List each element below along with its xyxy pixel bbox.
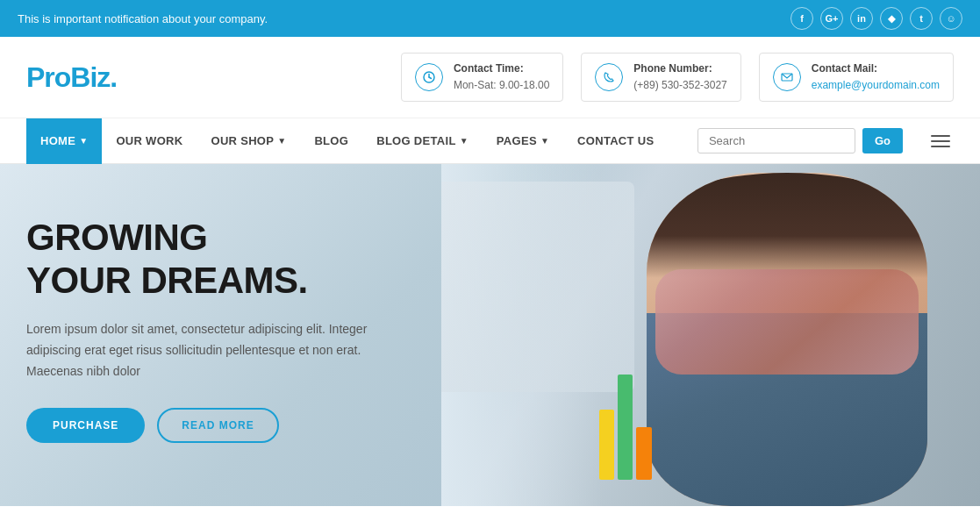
nav-item-blog-detail[interactable]: BLOG DETAIL ▼ [362,118,483,164]
chevron-down-icon: ▼ [540,136,549,146]
chevron-down-icon: ▼ [79,136,88,146]
chart-graphic [599,339,652,480]
google-plus-icon[interactable]: G+ [820,7,843,30]
header-contacts: Contact Time: Mon-Sat: 9.00-18.00 Phone … [401,53,954,102]
linkedin-icon[interactable]: in [850,7,873,30]
mail-icon [773,63,801,91]
hero-content: GROWING YOUR DREAMS. Lorem ipsum dolor s… [26,217,447,443]
chevron-down-icon: ▼ [277,136,286,146]
site-logo[interactable]: ProBiz. [26,61,117,94]
hamburger-menu-button[interactable] [927,132,954,151]
hero-title: GROWING YOUR DREAMS. [26,217,447,302]
person-hair [647,173,927,278]
hero-buttons: PURCHASE READ MORE [26,408,447,443]
site-header: ProBiz. Contact Time: Mon-Sat: 9.00-18.0… [0,37,980,118]
chart-bar-orange [636,427,651,480]
hero-description: Lorem ipsum dolor sit amet, consectetur … [26,319,395,382]
top-notification-bar: This is important notification about you… [0,0,980,37]
main-nav: HOME ▼ OUR WORK OUR SHOP ▼ BLOG BLOG DET… [0,118,980,164]
hero-image [441,164,980,506]
search-go-button[interactable]: Go [862,128,903,153]
nav-items: HOME ▼ OUR WORK OUR SHOP ▼ BLOG BLOG DET… [26,118,697,164]
nav-item-our-work[interactable]: OUR WORK [102,118,197,164]
notification-text: This is important notification about you… [18,12,268,25]
contact-phone-item: Phone Number: (+89) 530-352-3027 [581,53,740,102]
purchase-button[interactable]: PURCHASE [26,408,145,443]
nav-item-our-shop[interactable]: OUR SHOP ▼ [197,118,300,164]
facebook-icon[interactable]: f [790,7,813,30]
logo-light: Pro [26,61,70,93]
person-skin [647,173,927,506]
nav-item-blog[interactable]: BLOG [300,118,362,164]
contact-time-item: Contact Time: Mon-Sat: 9.00-18.00 [401,53,563,102]
chevron-down-icon: ▼ [460,136,469,146]
user-icon[interactable]: ☺ [940,7,962,30]
hero-section: GROWING YOUR DREAMS. Lorem ipsum dolor s… [0,164,980,506]
chart-bar-green [618,375,633,480]
phone-icon [595,63,623,91]
read-more-button[interactable]: READ MORE [157,408,278,443]
nav-item-home[interactable]: HOME ▼ [26,118,102,164]
logo-dot: . [110,61,117,93]
twitter-icon[interactable]: t [910,7,933,30]
person-scarf [655,269,919,375]
contact-mail-text: Contact Mail: example@yourdomain.com [812,61,940,94]
social-icons: f G+ in ◆ t ☺ [790,7,962,30]
contact-mail-link[interactable]: example@yourdomain.com [812,79,940,91]
search-input[interactable] [697,128,855,153]
contact-mail-item: Contact Mail: example@yourdomain.com [759,53,954,102]
contact-phone-text: Phone Number: (+89) 530-352-3027 [633,61,726,94]
chart-bar-yellow [599,410,614,480]
contact-time-text: Contact Time: Mon-Sat: 9.00-18.00 [454,61,549,94]
nav-search: Go [697,128,954,153]
pinterest-icon[interactable]: ◆ [880,7,903,30]
nav-item-pages[interactable]: PAGES ▼ [483,118,563,164]
logo-bold: Biz [70,61,110,93]
clock-icon [415,63,443,91]
nav-item-contact[interactable]: CONTACT US [563,118,668,164]
svg-line-2 [429,77,432,79]
